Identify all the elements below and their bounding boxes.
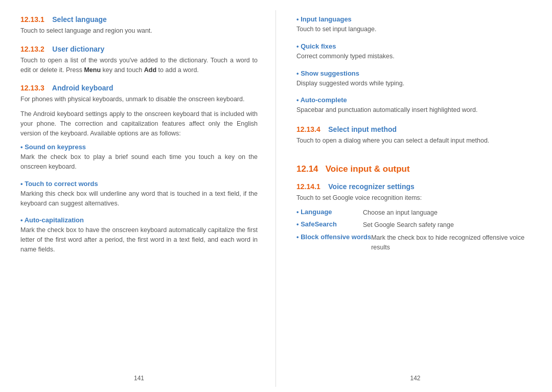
bullet-text-input-lang: Touch to set input language. [296,25,534,34]
heading-12-13-2: 12.13.2 User dictionary [20,45,258,53]
heading-12-13-1: 12.13.1 Select language [20,15,258,24]
section-12-14-1: 12.14.1 Voice recognizer settings Touch … [296,182,534,256]
bullet-auto-capitalization: Auto-capitalization Mark the check box t… [20,216,258,254]
text-12-13-2: Touch to open a list of the words you've… [20,56,258,75]
bullet-input-languages: Input languages Touch to set input langu… [296,15,534,34]
bullet-text-autocomplete: Spacebar and punctuation automatically i… [296,105,534,115]
page-number-right: 142 [296,370,534,382]
section-12-13-3: 12.13.3 Android keyboard For phones with… [20,84,258,258]
section-12-13-1: 12.13.1 Select language Touch to select … [20,15,258,41]
table-label-safesearch: SafeSearch [296,220,363,228]
heading-12-13-3: 12.13.3 Android keyboard [20,84,258,92]
heading-12-13-4: 12.13.4 Select input method [296,125,534,133]
bullet-label-suggestions: Show suggestions [296,70,534,77]
text-12-13-3-1: For phones with physical keyboards, unma… [20,95,258,104]
text-12-13-1: Touch to select language and region you … [20,26,258,36]
bullet-label-quick: Quick fixes [296,42,534,50]
bullet-auto-complete: Auto-complete Spacebar and punctuation a… [296,96,534,115]
table-value-safesearch: Set Google Search safety range [363,220,534,230]
table-row-safesearch: SafeSearch Set Google Search safety rang… [296,220,534,230]
table-value-block-offensive: Mark the check box to hide recognized of… [371,233,534,252]
bullet-text-autocap: Mark the check box to have the onscreen … [20,225,258,254]
bullet-text-suggestions: Display suggested words while typing. [296,79,534,88]
bullet-show-suggestions: Show suggestions Display suggested words… [296,70,534,88]
text-12-14-1: Touch to set Google voice recognition it… [296,193,534,203]
section-12-14: 12.14 Voice input & output [296,158,534,178]
text-12-13-4: Touch to open a dialog where you can sel… [296,136,534,146]
bullet-label-sound: Sound on keypress [20,143,258,151]
left-page: 12.13.1 Select language Touch to select … [0,10,276,387]
bullet-label-input-lang: Input languages [296,15,534,23]
bullet-text-sound: Mark the check box to play a brief sound… [20,152,258,172]
table-row-language: Language Choose an input language [296,208,534,218]
bullet-touch-correct-words: Touch to correct words Marking this chec… [20,180,258,209]
page-number-left: 141 [20,370,258,382]
bullet-label-autocap: Auto-capitalization [20,216,258,224]
bullet-sound-on-keypress: Sound on keypress Mark the check box to … [20,143,258,172]
section-12-13-2: 12.13.2 User dictionary Touch to open a … [20,45,258,80]
text-12-13-3-2: The Android keyboard settings apply to t… [20,109,258,138]
bullet-text-quick: Correct commonly typed mistakes. [296,52,534,61]
heading-12-14-1: 12.14.1 Voice recognizer settings [296,182,534,191]
table-row-block-offensive: Block offensive words Mark the check box… [296,233,534,252]
section-12-13-4: 12.13.4 Select input method Touch to ope… [296,125,534,151]
table-label-language: Language [296,208,363,216]
right-page: Input languages Touch to set input langu… [276,10,552,387]
bullet-quick-fixes: Quick fixes Correct commonly typed mista… [296,42,534,61]
table-label-block-offensive: Block offensive words [296,233,371,241]
bullet-label-autocomplete: Auto-complete [296,96,534,104]
heading-12-14: 12.14 Voice input & output [296,164,534,174]
bullet-text-touch: Marking this check box will underline an… [20,189,258,209]
table-value-language: Choose an input language [363,208,534,218]
bullet-label-touch: Touch to correct words [20,180,258,188]
